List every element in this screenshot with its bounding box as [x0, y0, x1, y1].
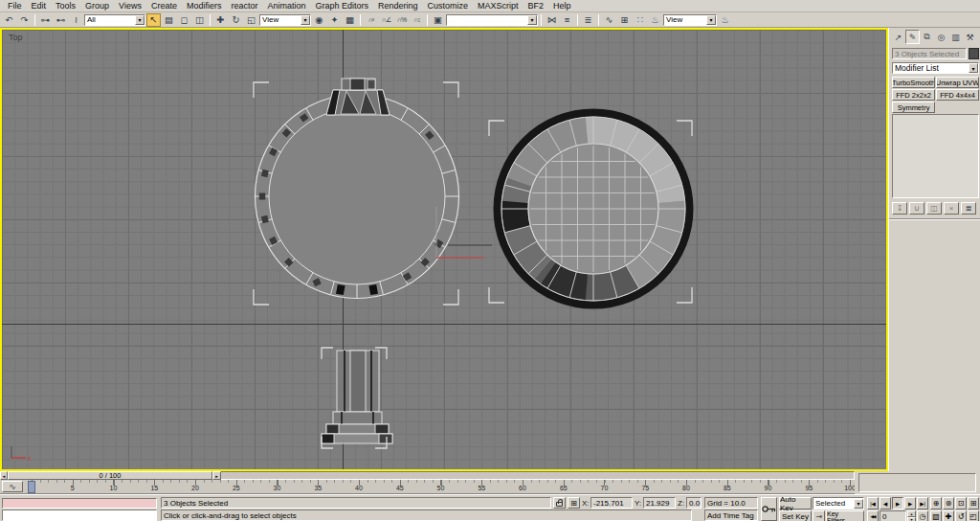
- menu-maxscript[interactable]: MAXScript: [473, 1, 523, 11]
- z-coord-field[interactable]: 0.0: [686, 497, 702, 509]
- time-configuration-button[interactable]: ◷: [917, 510, 928, 521]
- redo-icon[interactable]: ↷: [17, 13, 32, 27]
- layer-manager-icon[interactable]: ≣: [581, 13, 595, 27]
- edit-named-selection-sets-icon[interactable]: ▣: [431, 13, 445, 27]
- ring-object-side-view[interactable]: [256, 79, 459, 299]
- bind-to-space-warp-icon[interactable]: ≀: [69, 13, 83, 27]
- key-filter-icon[interactable]: ⊸: [813, 510, 825, 521]
- material-editor-icon[interactable]: ∷: [633, 13, 647, 27]
- dropdown-arrow-icon[interactable]: ▾: [706, 15, 716, 25]
- window-crossing-icon[interactable]: ◫: [192, 13, 207, 27]
- curve-editor-icon[interactable]: ∿: [602, 13, 616, 27]
- next-frame-button[interactable]: ▶: [904, 497, 916, 510]
- modifier-stack-list[interactable]: [892, 114, 979, 198]
- menu-graph-editors[interactable]: Graph Editors: [311, 1, 374, 11]
- modifier-button-turbosmooth[interactable]: TurboSmooth: [892, 77, 935, 88]
- spinner-snap-icon[interactable]: ∩↕: [410, 13, 424, 27]
- select-by-name-icon[interactable]: ▤: [162, 13, 176, 27]
- select-and-scale-icon[interactable]: ◱: [244, 13, 258, 27]
- maxscript-mini-listener-white[interactable]: [2, 510, 157, 521]
- key-mode-toggle[interactable]: ◀◀: [867, 510, 879, 521]
- key-filters-button[interactable]: Key Filters...: [826, 510, 864, 521]
- show-end-result-icon[interactable]: ∪: [909, 202, 924, 215]
- frame-spinner[interactable]: ▴ ▾: [907, 510, 916, 521]
- angle-snap-icon[interactable]: ∩∠: [379, 13, 393, 27]
- add-time-tag[interactable]: Add Time Tag: [704, 510, 758, 521]
- auto-key-button[interactable]: Auto Key: [779, 497, 812, 510]
- menu-create[interactable]: Create: [146, 1, 182, 11]
- dropdown-arrow-icon[interactable]: ▾: [969, 63, 978, 73]
- selection-lock-toggle[interactable]: [553, 497, 566, 509]
- previous-frame-button[interactable]: ◀: [880, 497, 891, 510]
- track-bar[interactable]: 0 5 10 15 20 25 30 35 40 45 50 55 60 65 …: [0, 480, 855, 494]
- tab-hierarchy-icon[interactable]: ⧉: [920, 30, 934, 44]
- absolute-offset-toggle[interactable]: ⊞: [568, 497, 580, 509]
- align-icon[interactable]: ≡: [560, 13, 574, 27]
- select-object-icon[interactable]: ↖: [146, 13, 161, 27]
- maxscript-mini-listener-pink[interactable]: [2, 498, 157, 509]
- track-bar-ruler[interactable]: 0 5 10 15 20 25 30 35 40 45 50 55 60 65 …: [32, 480, 855, 494]
- tab-motion-icon[interactable]: ◎: [934, 30, 948, 44]
- use-center-icon[interactable]: ◉: [312, 13, 326, 27]
- make-unique-icon[interactable]: ◫: [926, 202, 942, 215]
- mini-curve-editor-button[interactable]: ∿: [2, 481, 23, 492]
- arc-rotate-icon[interactable]: ↺: [955, 510, 967, 521]
- play-button[interactable]: ▶: [892, 497, 903, 510]
- tab-create-icon[interactable]: ↗: [891, 30, 905, 44]
- zoom-region-icon[interactable]: ▧: [930, 510, 942, 521]
- snap-toggle-3d-icon[interactable]: ∩³: [364, 13, 378, 27]
- menu-customize[interactable]: Customize: [423, 1, 474, 11]
- menu-views[interactable]: Views: [114, 1, 146, 11]
- go-to-end-button[interactable]: ▶|: [917, 497, 928, 510]
- menu-edit[interactable]: Edit: [27, 1, 52, 11]
- select-and-link-icon[interactable]: ⊶: [38, 13, 53, 27]
- unlink-selection-icon[interactable]: ⊷: [54, 13, 68, 27]
- menu-reactor[interactable]: reactor: [226, 1, 262, 11]
- zoom-all-icon[interactable]: ⊛: [943, 497, 954, 510]
- quick-render-icon[interactable]: ♨: [718, 13, 732, 27]
- undo-icon[interactable]: ↶: [2, 13, 16, 27]
- go-to-start-button[interactable]: |◀: [867, 497, 879, 510]
- set-key-button[interactable]: Set Key: [779, 510, 812, 521]
- menu-animation[interactable]: Animation: [262, 1, 310, 11]
- current-frame-field[interactable]: 0: [880, 510, 906, 521]
- modifier-button-unwrap-uvw[interactable]: Unwrap UVW: [936, 77, 979, 88]
- selected-set-dropdown[interactable]: Selected ▾: [813, 497, 864, 510]
- spinner-down-icon[interactable]: ▾: [907, 517, 916, 521]
- menu-rendering[interactable]: Rendering: [373, 1, 423, 11]
- y-coord-field[interactable]: 21.929: [643, 497, 676, 509]
- time-slider-prev-arrow[interactable]: ◂: [0, 471, 8, 480]
- pin-stack-icon[interactable]: ↧: [892, 202, 907, 215]
- set-keys-button[interactable]: [761, 497, 777, 521]
- zoom-extents-all-icon[interactable]: ⊞: [968, 497, 979, 510]
- pan-icon[interactable]: ✚: [943, 510, 954, 521]
- dropdown-arrow-icon[interactable]: ▾: [527, 15, 537, 25]
- dropdown-arrow-icon[interactable]: ▾: [854, 499, 863, 509]
- ring-object-top-view[interactable]: [495, 110, 692, 307]
- tab-utilities-icon[interactable]: ⚒: [963, 30, 977, 44]
- selection-region-icon[interactable]: ◻: [177, 13, 191, 27]
- zoom-extents-icon[interactable]: ⊡: [955, 497, 967, 510]
- render-setup-icon[interactable]: ♨: [648, 13, 662, 27]
- tab-modify-icon[interactable]: ✎: [905, 30, 920, 44]
- dropdown-arrow-icon[interactable]: ▾: [135, 15, 145, 25]
- mirror-icon[interactable]: ⋈: [545, 13, 559, 27]
- select-and-move-icon[interactable]: ✚: [213, 13, 228, 27]
- menu-help[interactable]: Help: [548, 1, 576, 11]
- viewport-top[interactable]: Top: [2, 30, 886, 469]
- dropdown-arrow-icon[interactable]: ▾: [301, 15, 310, 25]
- ring-shank-profile-object[interactable]: [322, 351, 392, 443]
- select-and-rotate-icon[interactable]: ↻: [229, 13, 243, 27]
- reference-coordsys-dropdown[interactable]: View ▾: [259, 14, 311, 26]
- modifier-button-ffd-4x4x4[interactable]: FFD 4x4x4: [936, 89, 979, 101]
- remove-modifier-icon[interactable]: ×: [944, 202, 959, 215]
- min-max-toggle-icon[interactable]: ◰: [968, 510, 979, 521]
- menu-modifiers[interactable]: Modifiers: [182, 1, 227, 11]
- time-slider-next-arrow[interactable]: ▸: [212, 471, 221, 480]
- time-slider-thumb[interactable]: 0 / 100: [8, 471, 212, 480]
- menu-file[interactable]: File: [3, 1, 27, 11]
- modifier-list-dropdown[interactable]: Modifier List ▾: [892, 62, 979, 74]
- modifier-button-symmetry[interactable]: Symmetry: [892, 102, 935, 113]
- modifier-button-ffd-2x2x2[interactable]: FFD 2x2x2: [892, 89, 935, 101]
- x-coord-field[interactable]: -215.701: [590, 497, 633, 509]
